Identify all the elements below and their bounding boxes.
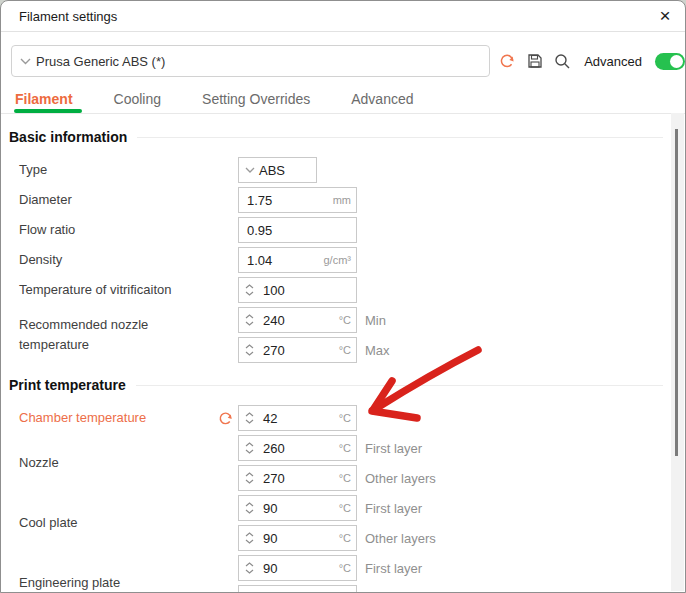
setting-group-cool-plate: Cool plate 90 °C First layer <box>19 495 685 551</box>
input-unit: °C <box>339 344 356 356</box>
setting-label: Recommended nozzle temperature <box>19 307 238 363</box>
window-title: Filament settings <box>19 9 117 24</box>
row-suffix: Min <box>365 313 386 328</box>
input-unit: °C <box>339 532 356 544</box>
preset-value: Prusa Generic ABS (*) <box>36 54 165 69</box>
input-value: 90 <box>256 501 339 516</box>
chamber-temperature-label: Chamber temperature <box>19 408 146 428</box>
row-suffix: Max <box>365 343 390 358</box>
section-print-temperature: Print temperature <box>9 375 685 395</box>
setting-label: Temperature of vitrificaiton <box>19 277 238 303</box>
input-value: 1.04 <box>239 253 324 268</box>
tab-setting-overrides[interactable]: Setting Overrides <box>202 91 310 113</box>
diameter-input[interactable]: 1.75 mm <box>238 187 357 213</box>
toggle-knob <box>670 55 683 68</box>
type-dropdown[interactable]: ABS <box>238 157 317 183</box>
row-suffix: Other layers <box>365 471 436 486</box>
tab-bar: Filament Cooling Setting Overrides Advan… <box>1 89 685 114</box>
density-input[interactable]: 1.04 g/cm³ <box>238 247 357 273</box>
cool-plate-first-layer-input[interactable]: 90 °C <box>238 495 357 521</box>
revert-icon[interactable] <box>217 410 234 427</box>
input-value: 270 <box>256 343 339 358</box>
setting-label: Flow ratio <box>19 217 238 243</box>
spinner-arrows[interactable] <box>239 532 256 544</box>
input-value: 0.95 <box>239 223 351 238</box>
filament-settings-dialog: Filament settings × Prusa Generic ABS (*… <box>0 0 686 593</box>
row-suffix: First layer <box>365 501 422 516</box>
input-value: 240 <box>256 313 339 328</box>
revert-icon[interactable] <box>498 53 515 70</box>
close-icon[interactable]: × <box>651 1 679 31</box>
engineering-plate-other-layers-input[interactable] <box>238 585 357 593</box>
spinner-arrows[interactable] <box>239 502 256 514</box>
section-divider <box>136 385 663 386</box>
cool-plate-other-layers-input[interactable]: 90 °C <box>238 525 357 551</box>
preset-dropdown[interactable]: Prusa Generic ABS (*) <box>11 45 490 77</box>
nozzle-first-layer-input[interactable]: 260 °C <box>238 435 357 461</box>
input-value: 100 <box>256 283 351 298</box>
input-unit: °C <box>339 314 356 326</box>
settings-content: Basic information Type ABS Diameter 1.75 <box>1 127 685 593</box>
row-suffix: First layer <box>365 561 422 576</box>
section-basic-information: Basic information <box>9 127 685 147</box>
tab-cooling[interactable]: Cooling <box>114 91 161 113</box>
input-unit: g/cm³ <box>324 254 357 266</box>
spinner-arrows[interactable] <box>239 472 256 484</box>
vitrification-temp-input[interactable]: 100 <box>238 277 357 303</box>
section-title: Print temperature <box>9 377 126 393</box>
nozzle-temp-min-input[interactable]: 240 °C <box>238 307 357 333</box>
nozzle-temp-max-input[interactable]: 270 °C <box>238 337 357 363</box>
flow-ratio-input[interactable]: 0.95 <box>238 217 357 243</box>
nozzle-other-layers-input[interactable]: 270 °C <box>238 465 357 491</box>
tab-advanced[interactable]: Advanced <box>351 91 413 113</box>
engineering-plate-first-layer-input[interactable]: 90 °C <box>238 555 357 581</box>
setting-label: Nozzle <box>19 435 238 491</box>
setting-group-diameter: Diameter 1.75 mm <box>19 187 685 213</box>
setting-label: Chamber temperature <box>19 405 238 431</box>
tab-filament[interactable]: Filament <box>15 91 73 113</box>
row-suffix: Other layers <box>365 531 436 546</box>
setting-label: Engineering plate <box>19 555 238 593</box>
spinner-arrows[interactable] <box>239 284 256 296</box>
setting-label: Density <box>19 247 238 273</box>
setting-label: Cool plate <box>19 495 238 551</box>
scrollbar-thumb[interactable] <box>675 129 678 456</box>
section-divider <box>137 137 663 138</box>
input-unit: mm <box>333 194 356 206</box>
spinner-arrows[interactable] <box>239 442 256 454</box>
input-unit: °C <box>339 562 356 574</box>
spinner-arrows[interactable] <box>239 412 256 424</box>
titlebar: Filament settings × <box>1 1 685 32</box>
spinner-arrows[interactable] <box>239 314 256 326</box>
advanced-toggle[interactable] <box>655 53 685 70</box>
search-icon[interactable] <box>554 53 571 70</box>
input-value: 1.75 <box>239 193 333 208</box>
setting-group-vitrification: Temperature of vitrificaiton 100 <box>19 277 685 303</box>
preset-bar: Prusa Generic ABS (*) <box>1 32 685 89</box>
spinner-arrows[interactable] <box>239 344 256 356</box>
spinner-arrows[interactable] <box>239 562 256 574</box>
input-unit: °C <box>339 472 356 484</box>
chevron-down-icon <box>245 167 255 173</box>
row-suffix: First layer <box>365 441 422 456</box>
chamber-temperature-input[interactable]: 42 °C <box>238 405 357 431</box>
chevron-down-icon <box>20 58 31 65</box>
vertical-scrollbar[interactable] <box>671 113 684 591</box>
setting-label: Type <box>19 157 238 183</box>
input-unit: °C <box>339 412 356 424</box>
input-unit: °C <box>339 442 356 454</box>
setting-group-engineering-plate: Engineering plate 90 °C First layer <box>19 555 685 593</box>
setting-group-recommended-nozzle-temp: Recommended nozzle temperature 240 °C Mi… <box>19 307 685 363</box>
setting-group-nozzle: Nozzle 260 °C First layer <box>19 435 685 491</box>
type-value: ABS <box>259 163 285 178</box>
setting-group-flow-ratio: Flow ratio 0.95 <box>19 217 685 243</box>
input-value: 260 <box>256 441 339 456</box>
input-value: 270 <box>256 471 339 486</box>
input-unit: °C <box>339 502 356 514</box>
setting-label: Diameter <box>19 187 238 213</box>
setting-group-chamber-temperature: Chamber temperature 42 °C <box>19 405 685 431</box>
section-title: Basic information <box>9 129 127 145</box>
save-icon[interactable] <box>526 53 543 70</box>
input-value: 90 <box>256 561 339 576</box>
setting-group-type: Type ABS <box>19 157 685 183</box>
